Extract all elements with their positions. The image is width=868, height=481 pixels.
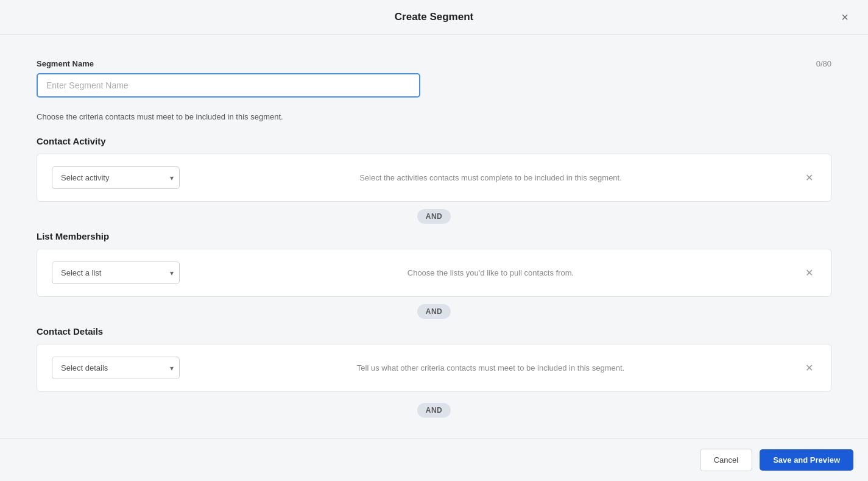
details-select-wrapper: Select details ▾ bbox=[52, 357, 180, 379]
contact-activity-section: Contact Activity Select activity ▾ Selec… bbox=[37, 136, 831, 202]
remove-list-button[interactable]: ✕ bbox=[802, 266, 816, 280]
cancel-button[interactable]: Cancel bbox=[700, 449, 752, 471]
close-icon: × bbox=[841, 10, 849, 24]
contact-activity-title: Contact Activity bbox=[37, 136, 831, 146]
segment-name-label: Segment Name bbox=[37, 59, 94, 68]
details-select[interactable]: Select details bbox=[52, 357, 180, 379]
segment-name-input[interactable] bbox=[37, 73, 420, 98]
contact-details-card: Select details ▾ Tell us what other crit… bbox=[37, 344, 831, 392]
and-divider-2: AND bbox=[37, 304, 831, 319]
char-count: 0/80 bbox=[816, 59, 831, 68]
contact-activity-card: Select activity ▾ Select the activities … bbox=[37, 154, 831, 202]
activity-select-wrapper: Select activity ▾ bbox=[52, 166, 180, 189]
activity-select[interactable]: Select activity bbox=[52, 166, 180, 189]
modal-title: Create Segment bbox=[395, 11, 473, 23]
modal-footer: Cancel Save and Preview bbox=[0, 438, 868, 481]
and-badge-1: AND bbox=[417, 209, 451, 224]
close-button[interactable]: × bbox=[836, 9, 853, 26]
and-divider-3: AND bbox=[37, 397, 831, 424]
criteria-hint: Choose the criteria contacts must meet t… bbox=[37, 112, 831, 121]
segment-name-group: Segment Name 0/80 bbox=[37, 59, 831, 98]
list-membership-card: Select a list ▾ Choose the lists you'd l… bbox=[37, 249, 831, 297]
remove-activity-button[interactable]: ✕ bbox=[802, 171, 816, 185]
remove-details-icon: ✕ bbox=[805, 362, 813, 374]
list-description: Choose the lists you'd like to pull cont… bbox=[194, 268, 787, 277]
contact-details-title: Contact Details bbox=[37, 326, 831, 337]
list-select[interactable]: Select a list bbox=[52, 262, 180, 284]
and-badge-2: AND bbox=[417, 304, 451, 319]
list-membership-title: List Membership bbox=[37, 231, 831, 241]
create-segment-modal: Create Segment × Segment Name 0/80 Choos… bbox=[0, 0, 868, 481]
details-description: Tell us what other criteria contacts mus… bbox=[194, 363, 787, 372]
contact-details-section: Contact Details Select details ▾ Tell us… bbox=[37, 326, 831, 392]
field-label-row: Segment Name 0/80 bbox=[37, 59, 831, 68]
remove-details-button[interactable]: ✕ bbox=[802, 361, 816, 376]
remove-list-icon: ✕ bbox=[805, 267, 813, 279]
modal-header: Create Segment × bbox=[0, 0, 868, 35]
list-membership-section: List Membership Select a list ▾ Choose t… bbox=[37, 231, 831, 297]
list-select-wrapper: Select a list ▾ bbox=[52, 262, 180, 284]
save-preview-button[interactable]: Save and Preview bbox=[760, 449, 853, 471]
modal-overlay: Create Segment × Segment Name 0/80 Choos… bbox=[0, 0, 868, 481]
modal-body: Segment Name 0/80 Choose the criteria co… bbox=[0, 35, 868, 438]
activity-description: Select the activities contacts must comp… bbox=[194, 173, 787, 182]
remove-activity-icon: ✕ bbox=[805, 172, 813, 183]
and-divider-1: AND bbox=[37, 209, 831, 224]
and-badge-3: AND bbox=[417, 403, 451, 418]
